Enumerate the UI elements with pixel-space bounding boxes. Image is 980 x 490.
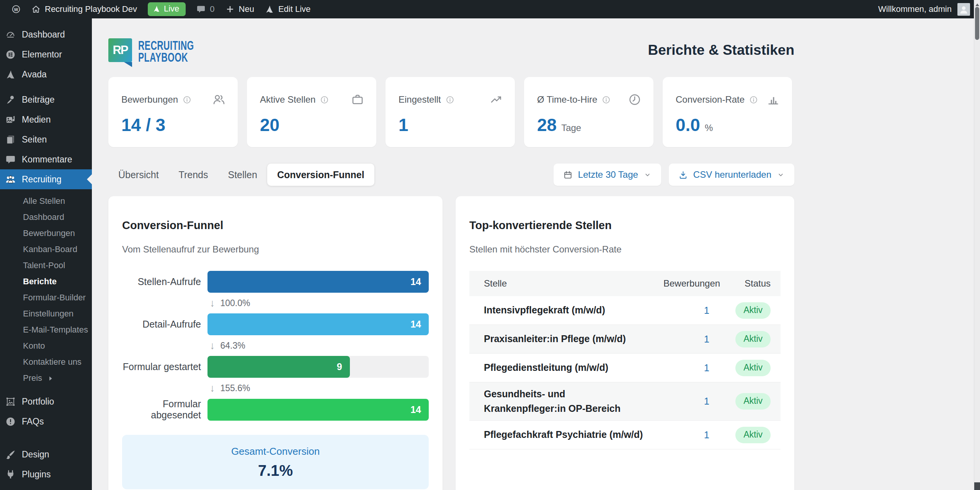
submenu-item-einstellungen[interactable]: Einstellungen: [0, 306, 92, 322]
submenu-item-konto[interactable]: Konto: [0, 338, 92, 354]
sidebar-item-recruiting[interactable]: Recruiting: [0, 169, 92, 189]
portfolio-icon: [5, 397, 16, 407]
funnel-drop-percent: 155.6%: [220, 383, 250, 393]
sidebar-item-kommentare[interactable]: Kommentare: [0, 149, 92, 169]
info-icon[interactable]: [446, 95, 454, 104]
sidebar-item-elementor[interactable]: Elementor: [0, 44, 92, 64]
table-row[interactable]: Pflegedienstleitung (m/w/d)1Aktiv: [469, 354, 781, 382]
status-badge: Aktiv: [735, 427, 771, 443]
sidebar-item-dashboard[interactable]: Dashboard: [0, 25, 92, 44]
live-badge: Live: [148, 2, 186, 16]
tab-stellen[interactable]: Stellen: [218, 164, 267, 186]
table-row[interactable]: Praxisanleiter:in Pflege (m/w/d)1Aktiv: [469, 325, 781, 354]
submenu-item-preis[interactable]: Preis: [0, 370, 92, 386]
funnel-step-label: Detail-Aufrufe: [122, 319, 201, 330]
admin-bar: WRecruiting Playbook DevLive0NeuEdit Liv…: [0, 0, 974, 18]
submenu-item-formular-builder[interactable]: Formular-Builder: [0, 290, 92, 306]
sidebar-item-avada[interactable]: Avada: [0, 64, 92, 84]
funnel-subtitle: Vom Stellenaufruf zur Bewerbung: [122, 244, 429, 255]
csv-download-button[interactable]: CSV herunterladen: [669, 164, 794, 186]
funnel-step-label: Stellen-Aufrufe: [122, 276, 201, 287]
table-row[interactable]: Gesundheits- und Krankenpfleger:in OP-Be…: [469, 382, 781, 421]
submenu-item-alle-stellen[interactable]: Alle Stellen: [0, 193, 92, 209]
tab-conversion-funnel[interactable]: Conversion-Funnel: [267, 164, 374, 186]
admin-bar-item-wordpress[interactable]: W: [6, 0, 26, 18]
sidebar-item-label: Recruiting: [22, 174, 62, 185]
funnel-bar-track: 14: [207, 399, 429, 421]
groups-icon: [5, 174, 16, 185]
total-conversion-box: Gesamt-Conversion 7.1%: [122, 435, 429, 489]
tab-trends[interactable]: Trends: [169, 164, 218, 186]
job-title: Pflegedienstleitung (m/w/d): [469, 356, 663, 380]
sidebar-item-label: Plugins: [22, 469, 51, 480]
submenu-item-kanban-board[interactable]: Kanban-Board: [0, 241, 92, 257]
funnel-bar-track: 14: [207, 313, 429, 335]
admin-bar-item-0[interactable]: 0: [191, 0, 220, 18]
stat-card-unit: %: [705, 123, 713, 133]
submenu-item-talent-pool[interactable]: Talent-Pool: [0, 257, 92, 274]
top-jobs-title: Top-konvertierende Stellen: [469, 219, 781, 232]
info-icon[interactable]: [602, 95, 611, 104]
submenu-item-bewerbungen[interactable]: Bewerbungen: [0, 225, 92, 241]
admin-bar-item-live[interactable]: Live: [142, 0, 191, 18]
submenu-item-kontaktiere-uns[interactable]: Kontaktiere uns: [0, 354, 92, 370]
funnel-bar: 14: [207, 313, 429, 335]
recruiting-playbook-logo: RP RECRUITING PLAYBOOK: [108, 38, 212, 62]
sidebar-item-beitr-ge[interactable]: Beiträge: [0, 90, 92, 110]
funnel-bar-track: 14: [207, 271, 429, 293]
funnel-bar: 14: [207, 399, 429, 421]
sidebar-item-seiten[interactable]: Seiten: [0, 129, 92, 149]
funnel-bar-value: 14: [410, 404, 421, 415]
stat-card-aktive-stellen: Aktive Stellen20: [247, 77, 376, 147]
table-row[interactable]: Pflegefachkraft Psychiatrie (m/w/d)1Akti…: [469, 421, 781, 449]
date-range-button[interactable]: Letzte 30 Tage: [554, 164, 661, 186]
sidebar-item-portfolio[interactable]: Portfolio: [0, 392, 92, 411]
plug-icon: [5, 469, 16, 480]
column-header-status: Status: [709, 278, 781, 289]
csv-download-label: CSV herunterladen: [693, 169, 771, 180]
job-title: Gesundheits- und Krankenpfleger:in OP-Be…: [469, 382, 663, 420]
chevron-down-icon: [644, 171, 652, 179]
info-icon[interactable]: [749, 95, 758, 104]
scrollbar-bottom[interactable]: [974, 482, 980, 490]
submenu-item-dashboard[interactable]: Dashboard: [0, 209, 92, 225]
stat-cards-row: Bewerbungen14 / 3Aktive Stellen20Eingest…: [108, 77, 794, 147]
funnel-title: Conversion-Funnel: [122, 219, 429, 232]
sidebar-item-medien[interactable]: Medien: [0, 110, 92, 129]
sidebar-item-design[interactable]: Design: [0, 444, 92, 464]
admin-bar-item-edit-live[interactable]: Edit Live: [260, 0, 316, 18]
submenu-item-label: Formular-Builder: [23, 293, 86, 303]
submenu-item-label: Konto: [23, 341, 45, 351]
submenu-item-berichte[interactable]: Berichte: [0, 274, 92, 290]
scrollbar-thumb[interactable]: [975, 7, 979, 40]
submenu-item-label: Preis: [23, 373, 42, 383]
funnel-row: Formular abgesendet14: [122, 398, 429, 421]
submenu-item-e-mail-templates[interactable]: E-Mail-Templates: [0, 322, 92, 338]
table-header: StelleBewerbungenStatus: [469, 271, 781, 296]
scrollbar-up-arrow-icon[interactable]: [975, 2, 979, 6]
sidebar-item-benutzer[interactable]: Benutzer: [0, 484, 92, 490]
info-icon[interactable]: [183, 95, 191, 104]
info-icon[interactable]: [320, 95, 329, 104]
top-jobs-subtitle: Stellen mit höchster Conversion-Rate: [469, 244, 781, 255]
sidebar-item-plugins[interactable]: Plugins: [0, 464, 92, 484]
sidebar-item-label: Beiträge: [22, 95, 55, 105]
logo-monogram: RP: [113, 43, 127, 57]
admin-bar-item-neu[interactable]: Neu: [220, 0, 260, 18]
total-conversion-value: 7.1%: [122, 462, 429, 479]
tab--bersicht[interactable]: Übersicht: [108, 164, 169, 186]
admin-bar-item-label: 0: [210, 4, 214, 14]
avatar[interactable]: [957, 3, 970, 16]
welcome-text: Willkommen, admin: [878, 4, 952, 14]
admin-bar-item-recruiting-playbook-dev[interactable]: Recruiting Playbook Dev: [26, 0, 142, 18]
stat-card-label: Bewerbungen: [121, 94, 178, 105]
funnel-row: Detail-Aufrufe14: [122, 313, 429, 335]
sidebar-item-faqs[interactable]: FAQs: [0, 411, 92, 431]
gauge-icon: [5, 29, 16, 40]
funnel-bar-track: 9: [207, 356, 429, 378]
table-row[interactable]: Intensivpflegekraft (m/w/d)1Aktiv: [469, 296, 781, 325]
top-jobs-panel: Top-konvertierende Stellen Stellen mit h…: [456, 196, 794, 490]
sidebar: DashboardElementorAvadaBeiträgeMedienSei…: [0, 18, 92, 490]
browser-scrollbar[interactable]: [974, 0, 980, 490]
stat-card-value-row: 14 / 3: [121, 115, 225, 135]
